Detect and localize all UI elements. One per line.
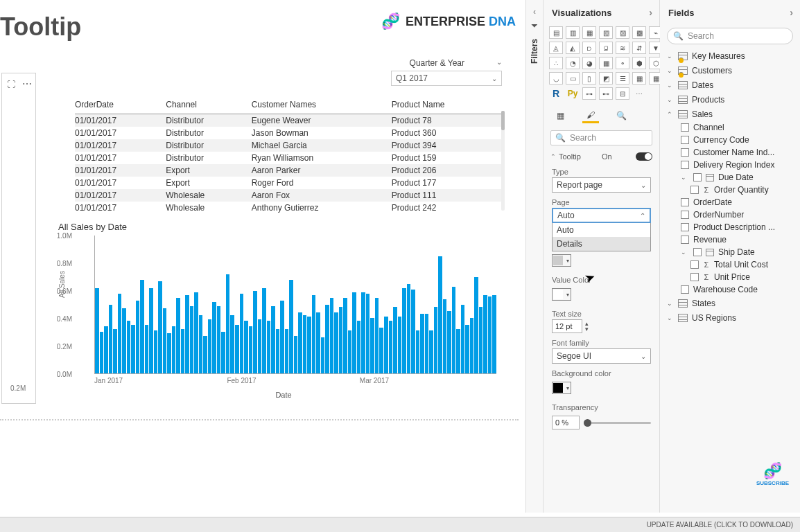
page-option-details[interactable]: Details	[553, 237, 650, 251]
filters-pane-collapsed[interactable]: ‹ ⏷ Filters	[525, 0, 544, 513]
scrollbar-thumb[interactable]	[501, 111, 505, 130]
text-size-input[interactable]: 12 pt ▴▾	[552, 319, 651, 333]
viz-stacked-bar-icon[interactable]: ▤	[549, 26, 563, 39]
field-table-us-regions[interactable]: ⌄US Regions	[660, 310, 800, 325]
tooltip-section-header[interactable]: ⌃ Tooltip On	[544, 150, 659, 162]
table-row[interactable]: 01/01/2017WholesaleAnthony GutierrezProd…	[75, 202, 505, 214]
field-item[interactable]: Warehouse Code	[660, 283, 800, 296]
viz-line-clustered-icon[interactable]: ⫑	[599, 42, 613, 54]
collapse-fields-icon[interactable]: ›	[790, 7, 793, 18]
transparency-slider[interactable]	[584, 422, 651, 424]
collapse-viz-icon[interactable]: ›	[649, 7, 652, 18]
viz-multi-card-icon[interactable]: ▯	[582, 72, 596, 85]
format-search[interactable]: 🔍 Search	[550, 130, 652, 145]
viz-r-icon[interactable]: R	[549, 87, 563, 100]
viz-filled-map-icon[interactable]: ⬢	[632, 57, 646, 69]
field-item[interactable]: Channel	[660, 121, 800, 134]
update-available-text[interactable]: UPDATE AVAILABLE (CLICK TO DOWNLOAD)	[647, 521, 793, 529]
viz-treemap-icon[interactable]: ▦	[599, 57, 613, 69]
field-item[interactable]: ΣOrder Quantity	[660, 184, 800, 196]
table-header[interactable]: OrderDate	[75, 97, 166, 114]
field-checkbox[interactable]	[681, 136, 689, 144]
viz-kpi-icon[interactable]: ◩	[599, 72, 613, 85]
focus-mode-icon[interactable]: ⛶	[7, 80, 15, 89]
field-checkbox[interactable]	[681, 236, 689, 244]
more-options-icon[interactable]: ⋯	[22, 78, 33, 89]
field-checkbox[interactable]	[693, 248, 702, 256]
viz-qa-icon[interactable]: ⊟	[616, 87, 629, 100]
viz-clustered-column-icon[interactable]: ▧	[599, 26, 613, 39]
page-dropdown[interactable]: Auto⌃	[552, 208, 651, 223]
field-checkbox[interactable]	[681, 285, 689, 294]
field-checkbox[interactable]	[681, 161, 689, 169]
viz-table-icon[interactable]: ▦	[632, 72, 646, 85]
viz-pie-icon[interactable]: ◔	[566, 57, 580, 69]
field-item[interactable]: ΣTotal Unit Cost	[660, 258, 800, 271]
table-header[interactable]: Product Name	[392, 97, 505, 114]
table-header[interactable]: Customer Names	[252, 97, 392, 114]
field-table-states[interactable]: ⌄States	[660, 296, 800, 310]
field-table-customers[interactable]: ⌄Customers	[660, 63, 800, 78]
label-color-swatch[interactable]: ▾	[552, 254, 571, 267]
viz-decomp-tree-icon[interactable]: ⊷	[599, 87, 613, 100]
selected-placeholder-visual[interactable]	[1, 73, 36, 404]
bg-color-swatch[interactable]: ▾	[552, 382, 571, 394]
table-row[interactable]: 01/01/2017WholesaleAaron FoxProduct 111	[75, 189, 505, 202]
format-tab-icon[interactable]: 🖌	[582, 108, 599, 123]
slicer-header-chevron-icon[interactable]: ⌄	[496, 58, 502, 66]
viz-python-icon[interactable]: Py	[566, 87, 580, 100]
viz-gauge-icon[interactable]: ◡	[549, 72, 563, 85]
viz-map-icon[interactable]: ⚬	[616, 57, 629, 69]
viz-slicer-icon[interactable]: ☰	[616, 72, 629, 85]
field-table-key-measures[interactable]: ⌄Key Measures	[660, 48, 800, 63]
field-checkbox[interactable]	[681, 148, 689, 157]
field-table-sales[interactable]: ⌃Sales	[660, 107, 800, 121]
field-item[interactable]: OrderNumber	[660, 209, 800, 221]
font-dropdown[interactable]: Segoe UI⌄	[552, 348, 651, 364]
field-checkbox[interactable]	[681, 223, 689, 231]
subscribe-badge[interactable]: 🧬 SUBSCRIBE	[756, 462, 789, 486]
table-row[interactable]: 01/01/2017DistributorRyan WilliamsonProd…	[75, 152, 505, 164]
viz-stacked-area-icon[interactable]: ◭	[566, 42, 580, 54]
field-item[interactable]: ΣUnit Price	[660, 271, 800, 283]
field-checkbox[interactable]	[681, 211, 689, 219]
field-table-products[interactable]: ⌄Products	[660, 92, 800, 107]
viz-key-influencers-icon[interactable]: ⊶	[582, 87, 596, 100]
table-header[interactable]: Channel	[166, 97, 251, 114]
viz-more-icon[interactable]: ⋯	[632, 87, 646, 100]
fields-search[interactable]: 🔍 Search	[667, 28, 793, 44]
table-row[interactable]: 01/01/2017DistributorMichael GarciaProdu…	[75, 139, 505, 152]
viz-donut-icon[interactable]: ◕	[582, 57, 596, 69]
table-row[interactable]: 01/01/2017ExportRoger FordProduct 177	[75, 177, 505, 189]
field-item[interactable]: Product Description ...	[660, 221, 800, 233]
fields-tab-icon[interactable]: ▦	[552, 108, 568, 123]
expand-filters-icon[interactable]: ‹	[526, 0, 543, 17]
text-size-spinner[interactable]: ▴▾	[585, 321, 593, 332]
viz-100-bar-icon[interactable]: ▨	[616, 26, 629, 39]
viz-area-icon[interactable]: ◬	[549, 42, 563, 54]
field-item[interactable]: Revenue	[660, 233, 800, 246]
field-table-dates[interactable]: ⌄Dates	[660, 78, 800, 92]
table-visual[interactable]: OrderDateChannelCustomer NamesProduct Na…	[75, 97, 505, 211]
table-row[interactable]: 01/01/2017DistributorEugene WeaverProduc…	[75, 114, 505, 127]
field-item[interactable]: Currency Code	[660, 134, 800, 146]
analytics-tab-icon[interactable]: 🔍	[613, 108, 629, 123]
viz-stacked-column-icon[interactable]: ▥	[566, 26, 580, 39]
page-option-auto[interactable]: Auto	[553, 223, 650, 237]
field-checkbox[interactable]	[690, 273, 699, 281]
viz-100-column-icon[interactable]: ▩	[632, 26, 646, 39]
viz-card-icon[interactable]: ▭	[566, 72, 580, 85]
table-row[interactable]: 01/01/2017DistributorJason BowmanProduct…	[75, 127, 505, 139]
field-item[interactable]: ⌄Due Date	[660, 171, 800, 184]
field-checkbox[interactable]	[681, 198, 689, 206]
viz-ribbon-icon[interactable]: ≋	[616, 42, 629, 54]
field-checkbox[interactable]	[690, 260, 699, 269]
field-checkbox[interactable]	[681, 123, 689, 132]
transparency-input[interactable]: 0 %	[552, 416, 580, 429]
bar-chart-visual[interactable]: All Sales by Date All Sales 1.0M0.8M0.6M…	[58, 222, 509, 402]
field-item[interactable]: Customer Name Ind...	[660, 146, 800, 159]
field-checkbox[interactable]	[690, 186, 699, 194]
field-item[interactable]: Delivery Region Index	[660, 159, 800, 171]
status-bar[interactable]: UPDATE AVAILABLE (CLICK TO DOWNLOAD)	[0, 517, 800, 532]
viz-waterfall-icon[interactable]: ⇵	[632, 42, 646, 54]
